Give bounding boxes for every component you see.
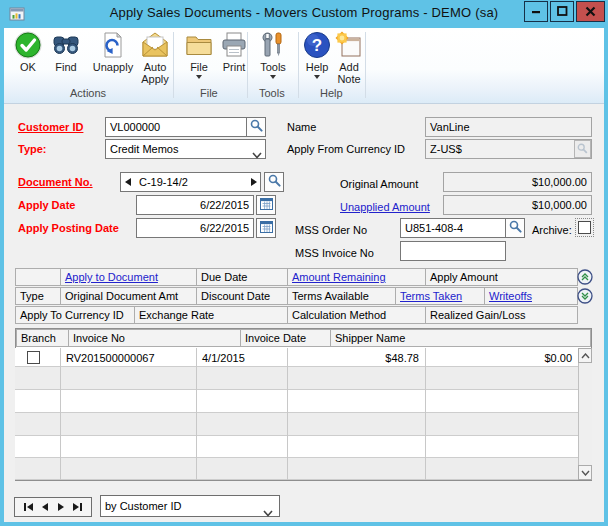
header-calculation-method: Calculation Method	[287, 306, 426, 324]
close-button[interactable]	[576, 1, 605, 22]
name-value: VanLine	[425, 117, 592, 137]
add-note-button[interactable]: Add Note	[333, 30, 365, 85]
header-shipper-name: Shipper Name	[330, 329, 591, 347]
minimize-button[interactable]	[524, 1, 548, 22]
grid-column-divider	[196, 348, 197, 480]
table-row	[15, 458, 578, 480]
help-icon: ?	[301, 30, 333, 61]
mss-invoice-no-label: MSS Invoice No	[295, 246, 374, 260]
find-label: Find	[55, 61, 76, 73]
scroll-up-button[interactable]	[578, 348, 592, 363]
tools-menu-button[interactable]: Tools	[254, 30, 292, 79]
next-record-button[interactable]	[58, 503, 64, 511]
add-note-label: Add Note	[337, 61, 360, 85]
header-apply-to-document[interactable]: Apply to Document	[60, 268, 197, 286]
table-row	[15, 367, 578, 390]
header-original-document-amt: Original Document Amt	[60, 287, 197, 305]
cell-amount-remaining[interactable]: $48.78	[291, 351, 419, 365]
magnifier-icon	[268, 173, 281, 191]
help-group-label: Help	[320, 87, 343, 99]
auto-apply-label: Auto Apply	[141, 61, 169, 85]
cell-invoice-no[interactable]: RV201500000067	[66, 351, 155, 365]
apply-posting-date-calendar-button[interactable]	[256, 218, 276, 238]
type-select[interactable]: Credit Memos	[105, 139, 266, 159]
document-no-lookup-button[interactable]	[264, 172, 284, 192]
magnifier-icon	[577, 140, 588, 158]
apply-from-currency-value: Z-US$	[425, 139, 592, 159]
mss-invoice-no-field[interactable]	[400, 241, 506, 261]
table-row	[15, 413, 578, 436]
chevron-down-icon	[314, 75, 320, 79]
print-button[interactable]: Print	[216, 30, 252, 73]
document-no-field[interactable]: C-19-14/2	[120, 172, 261, 192]
actions-group-label: Actions	[70, 87, 106, 99]
sort-by-dropdown[interactable]: by Customer ID	[100, 495, 280, 517]
table-row	[15, 436, 578, 458]
customer-id-field[interactable]: VL000000	[105, 117, 247, 137]
file-menu-button[interactable]: File	[182, 30, 216, 79]
ok-check-icon	[10, 30, 46, 61]
mss-order-no-label: MSS Order No	[295, 223, 367, 237]
unapply-button[interactable]: Unapply	[88, 30, 138, 73]
tools-label: Tools	[260, 61, 286, 73]
collapse-detail-button[interactable]	[577, 269, 593, 285]
magnifier-icon	[509, 219, 522, 237]
header-terms-taken[interactable]: Terms Taken	[395, 287, 485, 305]
mss-order-no-field[interactable]: U851-408-4	[400, 218, 506, 238]
header-discount-date: Discount Date	[196, 287, 288, 305]
unapply-label: Unapply	[93, 61, 133, 73]
browse-next-icon[interactable]	[251, 178, 257, 186]
group-separator	[365, 32, 366, 98]
folder-icon	[182, 30, 216, 61]
find-button[interactable]: Find	[46, 30, 86, 73]
archive-checkbox[interactable]	[578, 221, 591, 234]
row-apply-checkbox[interactable]	[27, 351, 40, 364]
browse-previous-icon[interactable]	[125, 178, 131, 186]
previous-record-button[interactable]	[42, 503, 48, 511]
expand-detail-button[interactable]	[577, 288, 593, 304]
header-apply-to-currency-id: Apply To Currency ID	[15, 306, 135, 324]
grid-column-divider	[287, 348, 288, 480]
currency-lookup-button-disabled	[574, 140, 591, 158]
auto-apply-button[interactable]: Auto Apply	[138, 30, 172, 85]
header-exchange-rate: Exchange Rate	[134, 306, 288, 324]
header-due-date: Due Date	[196, 268, 288, 286]
record-navigation	[14, 497, 92, 517]
envelope-icon	[138, 30, 172, 61]
last-record-button[interactable]	[73, 503, 82, 511]
apply-date-label: Apply Date	[18, 198, 75, 212]
first-record-button[interactable]	[24, 503, 33, 511]
customer-id-label[interactable]: Customer ID	[18, 120, 83, 134]
header-writeoffs[interactable]: Writeoffs	[484, 287, 578, 305]
title-bar: Apply Sales Documents - Movers Custom Pr…	[0, 0, 608, 28]
maximize-button[interactable]	[550, 1, 574, 22]
file-label: File	[190, 61, 208, 73]
svg-text:?: ?	[312, 36, 322, 55]
type-label: Type:	[18, 142, 47, 156]
window-title: Apply Sales Documents - Movers Custom Pr…	[0, 5, 608, 20]
header-type: Type	[15, 287, 61, 305]
apply-posting-date-field[interactable]: 6/22/2015	[136, 218, 254, 238]
file-group-label: File	[200, 87, 218, 99]
unapplied-amount-link[interactable]: Unapplied Amount	[340, 200, 430, 214]
tools-group-label: Tools	[259, 87, 285, 99]
document-no-label[interactable]: Document No.	[18, 175, 93, 189]
grid-scrollbar[interactable]	[578, 348, 592, 480]
original-amount-label: Original Amount	[340, 177, 418, 191]
apply-date-field[interactable]: 6/22/2015	[136, 195, 254, 215]
group-separator	[173, 32, 174, 98]
mss-order-no-lookup-button[interactable]	[505, 218, 525, 238]
cell-apply-amount[interactable]: $0.00	[429, 351, 572, 365]
header-blank-cell	[15, 268, 61, 286]
app-window: Apply Sales Documents - Movers Custom Pr…	[0, 0, 608, 526]
help-menu-button[interactable]: ? Help	[301, 30, 333, 79]
table-row	[15, 390, 578, 413]
help-label: Help	[306, 61, 329, 73]
scroll-down-button[interactable]	[578, 465, 592, 480]
apply-date-calendar-button[interactable]	[256, 195, 276, 215]
cell-invoice-date[interactable]: 4/1/2015	[202, 351, 245, 365]
customer-id-lookup-button[interactable]	[246, 117, 266, 137]
ok-button[interactable]: OK	[10, 30, 46, 73]
header-amount-remaining[interactable]: Amount Remaining	[287, 268, 426, 286]
calendar-icon	[260, 196, 273, 214]
